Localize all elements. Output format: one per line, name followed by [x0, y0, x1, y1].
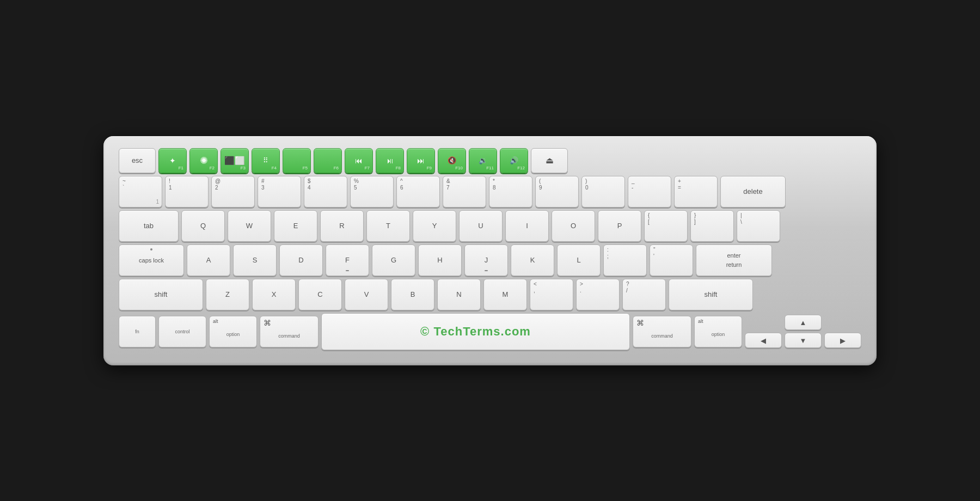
key-option-left[interactable]: alt option [209, 316, 257, 347]
key-e[interactable]: E [274, 210, 317, 242]
key-y[interactable]: Y [413, 210, 456, 242]
key-arrow-down[interactable]: ▼ [785, 333, 822, 348]
key-w[interactable]: W [228, 210, 271, 242]
key-b[interactable]: B [391, 279, 434, 310]
key-4[interactable]: $ 4 [304, 176, 347, 207]
key-x[interactable]: X [252, 279, 296, 310]
key-minus[interactable]: _ - [628, 176, 671, 207]
key-arrow-left[interactable]: ◀ [745, 333, 782, 348]
key-6[interactable]: ^ 6 [396, 176, 440, 207]
key-period[interactable]: > . [576, 279, 620, 310]
key-h[interactable]: H [418, 245, 462, 276]
key-f[interactable]: F [326, 245, 369, 276]
key-f9[interactable]: ⏭ F9 [407, 148, 435, 173]
key-5[interactable]: % 5 [350, 176, 394, 207]
key-f12[interactable]: 🔊 F12 [500, 148, 528, 173]
key-3[interactable]: # 3 [258, 176, 301, 207]
key-d[interactable]: D [279, 245, 323, 276]
key-backslash[interactable]: | \ [737, 210, 780, 242]
key-c[interactable]: C [298, 279, 342, 310]
key-capslock[interactable]: caps lock [119, 245, 184, 276]
key-1[interactable]: ! 1 [165, 176, 209, 207]
key-esc[interactable]: esc [119, 148, 156, 173]
key-control[interactable]: control [158, 316, 206, 347]
key-tilde[interactable]: ~ ` 1 [119, 176, 162, 207]
key-7[interactable]: & 7 [443, 176, 486, 207]
key-fn[interactable]: fn [119, 316, 156, 347]
key-p[interactable]: P [598, 210, 641, 242]
key-equals[interactable]: + = [674, 176, 718, 207]
key-v[interactable]: V [345, 279, 388, 310]
key-o[interactable]: O [552, 210, 595, 242]
key-f6[interactable]: F6 [314, 148, 342, 173]
placeholder-left [745, 315, 782, 330]
key-i[interactable]: I [505, 210, 549, 242]
key-g[interactable]: G [372, 245, 415, 276]
key-slash[interactable]: ? / [622, 279, 666, 310]
key-f4[interactable]: ⠿ F4 [252, 148, 280, 173]
key-rbracket[interactable]: } ] [690, 210, 734, 242]
key-shift-left[interactable]: shift [119, 279, 203, 310]
key-arrow-right[interactable]: ▶ [824, 333, 861, 348]
placeholder-right [824, 315, 861, 330]
key-command-left[interactable]: ⌘ command [260, 316, 318, 347]
key-0[interactable]: ) 0 [581, 176, 625, 207]
key-command-right[interactable]: ⌘ command [633, 316, 691, 347]
key-n[interactable]: N [437, 279, 481, 310]
key-tab[interactable]: tab [119, 210, 179, 242]
key-f2[interactable]: ✺ F2 [189, 148, 218, 173]
key-f3[interactable]: ⬛⬜ F3 [220, 148, 249, 173]
key-f1[interactable]: ✦ F1 [158, 148, 187, 173]
key-comma[interactable]: < , [530, 279, 573, 310]
key-quote[interactable]: " ' [650, 245, 693, 276]
key-lbracket[interactable]: { [ [644, 210, 688, 242]
key-k[interactable]: K [511, 245, 554, 276]
key-9[interactable]: ( 9 [535, 176, 579, 207]
key-r[interactable]: R [320, 210, 364, 242]
key-q[interactable]: Q [181, 210, 225, 242]
arrow-key-cluster: ▲ ◀ ▼ ▶ [745, 315, 861, 348]
key-shift-right[interactable]: shift [669, 279, 753, 310]
key-f8[interactable]: ⏯ F8 [376, 148, 404, 173]
key-f5[interactable]: F5 [283, 148, 311, 173]
key-s[interactable]: S [233, 245, 277, 276]
key-f7[interactable]: ⏮ F7 [345, 148, 373, 173]
key-t[interactable]: T [366, 210, 410, 242]
key-a[interactable]: A [187, 245, 230, 276]
key-f10[interactable]: 🔇 F10 [438, 148, 466, 173]
key-j[interactable]: J [464, 245, 508, 276]
key-f11[interactable]: 🔉 F11 [469, 148, 497, 173]
key-eject[interactable]: ⏏ [531, 148, 568, 173]
key-u[interactable]: U [459, 210, 503, 242]
key-semicolon[interactable]: : ; [603, 245, 647, 276]
key-arrow-up[interactable]: ▲ [785, 315, 822, 330]
key-space[interactable]: © TechTerms.com [321, 313, 630, 350]
key-m[interactable]: M [483, 279, 527, 310]
key-option-right[interactable]: alt option [694, 316, 742, 347]
watermark-text: © TechTerms.com [420, 325, 531, 339]
key-z[interactable]: Z [206, 279, 249, 310]
key-l[interactable]: L [557, 245, 601, 276]
keyboard: esc ✦ F1 ✺ F2 ⬛⬜ F3 ⠿ F4 F5 [103, 136, 877, 365]
key-delete[interactable]: delete [720, 176, 786, 207]
key-2[interactable]: @ 2 [211, 176, 255, 207]
key-8[interactable]: * 8 [489, 176, 532, 207]
key-enter[interactable]: enterreturn [696, 245, 772, 276]
